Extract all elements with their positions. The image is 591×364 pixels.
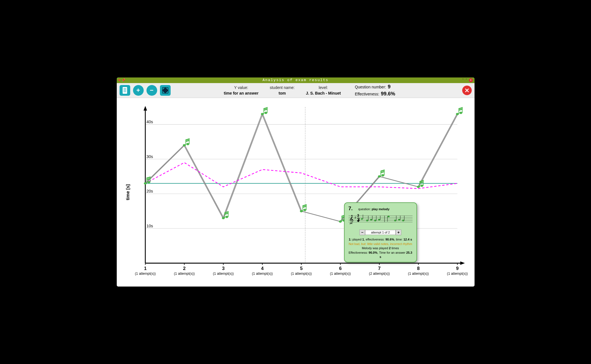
tooltip: 7. question: play melody 𝄞 ♯ 3 3 4 [344, 202, 417, 262]
svg-point-102 [387, 216, 390, 218]
attempt-stepper: − attempt 1 of 2 + [349, 230, 413, 235]
svg-point-58 [264, 112, 267, 114]
svg-text:3: 3 [222, 266, 225, 271]
svg-text:2: 2 [183, 266, 185, 271]
note-marker-icon[interactable] [378, 170, 384, 178]
tooltip-question: question: play melody [358, 207, 390, 211]
tooltip-header: 7. question: play melody [349, 206, 413, 212]
svg-point-106 [398, 219, 400, 221]
svg-rect-0 [123, 87, 127, 94]
question-number: 9 [388, 84, 391, 90]
stat-line-1: 1: played 1, effectiveness: 90.6%, time:… [349, 237, 413, 242]
level-name: J. S. Bach - Minuet [306, 91, 341, 95]
stat-line-2: Not bad, but: little valid notes, incorr… [349, 242, 413, 246]
svg-point-93 [366, 220, 368, 221]
tooltip-stats: 1: played 1, effectiveness: 90.6%, time:… [349, 237, 413, 259]
note-marker-icon[interactable] [417, 180, 423, 188]
svg-point-97 [374, 220, 376, 221]
student-label: student name: [270, 85, 295, 90]
svg-text:(1 attempt(s)): (1 attempt(s)) [174, 271, 194, 275]
pin-icon[interactable]: 📌 [122, 78, 125, 82]
y-value-block: Y value: time for an answer [224, 85, 259, 95]
svg-point-49 [183, 144, 185, 146]
svg-text:30s: 30s [146, 154, 153, 159]
heart-icon: ♥ [118, 78, 121, 82]
svg-text:10s: 10s [146, 224, 153, 228]
close-panel-button[interactable] [462, 86, 472, 95]
maximize-button[interactable]: ˄ [466, 78, 467, 82]
svg-text:4: 4 [357, 219, 359, 223]
svg-point-65 [339, 220, 342, 223]
y-value: time for an answer [224, 91, 259, 95]
svg-point-104 [394, 220, 396, 221]
chart-svg[interactable]: 10s20s30s40s1(1 attempt(s))2(1 attempt(s… [128, 101, 469, 281]
student-name: tom [279, 91, 286, 95]
question-number-label: Question number: [355, 85, 386, 89]
svg-point-91 [361, 218, 363, 220]
svg-text:(1 attempt(s)): (1 attempt(s)) [330, 271, 351, 275]
svg-point-78 [459, 112, 462, 114]
zoom-in-button[interactable]: + [133, 85, 144, 96]
window-title: Analysis of exam results [262, 78, 328, 82]
titlebar[interactable]: ♥ 📌 Analysis of exam results ˅ ˄ × [117, 77, 475, 83]
effectiveness-value: 99.6% [381, 91, 395, 97]
close-button[interactable]: × [469, 78, 473, 82]
svg-text:(1 attempt(s)): (1 attempt(s)) [135, 271, 155, 275]
stats-group: Question number: 9 Effectiveness: 99.6% [355, 84, 395, 97]
svg-text:(1 attempt(s)): (1 attempt(s)) [213, 271, 233, 275]
chart-area[interactable]: time [s] 10s20s30s40s1(1 attempt(s))2(1 … [117, 98, 475, 287]
app-window: ♥ 📌 Analysis of exam results ˅ ˄ × + − Y… [117, 77, 475, 287]
svg-text:(1 attempt(s)): (1 attempt(s)) [447, 271, 468, 275]
svg-text:9: 9 [456, 266, 459, 271]
fullscreen-button[interactable] [160, 85, 171, 96]
toolbar: + − Y value: time for an answer student … [117, 83, 475, 98]
level-block: level: J. S. Bach - Minuet [306, 85, 341, 95]
svg-text:(1 attempt(s)): (1 attempt(s)) [252, 271, 272, 275]
svg-text:4: 4 [261, 266, 264, 271]
stat-line-4: Effectiveness: 96.0%, Time for an answer… [349, 251, 413, 259]
titlebar-controls: ˅ ˄ × [462, 78, 475, 82]
svg-text:1: 1 [144, 266, 146, 271]
note-marker-icon[interactable] [261, 107, 267, 115]
svg-point-70 [381, 174, 384, 176]
y-value-label: Y value: [234, 85, 248, 90]
svg-text:20s: 20s [146, 189, 153, 193]
music-staff: 𝄞 ♯ 3 3 4 8 [349, 213, 413, 225]
zoom-out-button[interactable]: − [146, 85, 157, 96]
settings-button[interactable] [120, 85, 130, 96]
svg-text:6: 6 [339, 266, 342, 271]
svg-point-45 [144, 182, 146, 184]
svg-point-57 [261, 113, 264, 115]
tooltip-question-number: 7. [349, 206, 353, 212]
svg-text:8: 8 [417, 266, 420, 271]
svg-text:7: 7 [378, 266, 381, 271]
svg-point-77 [456, 113, 459, 115]
attempt-next-button[interactable]: + [396, 230, 401, 235]
note-marker-icon[interactable] [456, 107, 462, 115]
svg-point-54 [225, 216, 228, 218]
svg-point-62 [303, 209, 306, 211]
attempt-prev-button[interactable]: − [359, 230, 365, 235]
attempt-label: attempt 1 of 2 [365, 230, 396, 235]
svg-text:3: 3 [357, 214, 359, 218]
info-group: Y value: time for an answer student name… [224, 85, 341, 95]
svg-text:(1 attempt(s)): (1 attempt(s)) [408, 271, 429, 275]
svg-text:5: 5 [300, 266, 303, 271]
student-block: student name: tom [270, 85, 295, 95]
svg-point-73 [417, 186, 420, 188]
svg-point-108 [402, 220, 404, 221]
titlebar-left: ♥ 📌 [117, 78, 126, 82]
svg-point-61 [300, 210, 303, 212]
stat-line-3: Melody was played 2 times [349, 246, 413, 250]
svg-point-69 [378, 175, 381, 177]
svg-point-74 [420, 184, 423, 187]
level-label: level: [319, 85, 328, 90]
y-axis-label: time [s] [125, 184, 130, 200]
svg-point-50 [186, 143, 189, 145]
svg-text:40s: 40s [146, 120, 153, 124]
effectiveness-label: Effectiveness: [355, 92, 379, 96]
minimize-button[interactable]: ˅ [462, 78, 464, 82]
svg-point-95 [370, 219, 372, 221]
svg-point-46 [147, 181, 150, 183]
note-marker-icon[interactable] [183, 138, 189, 146]
